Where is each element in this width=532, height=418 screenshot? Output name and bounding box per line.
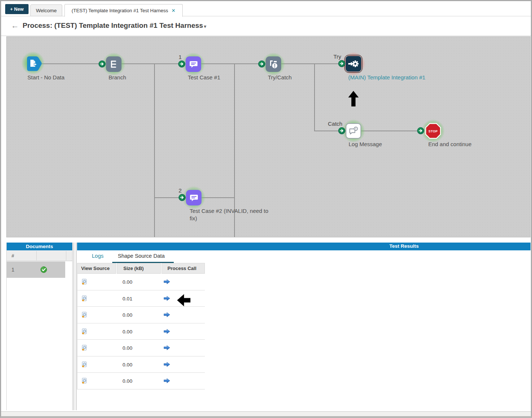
process-call-arrow-icon[interactable] <box>163 312 170 319</box>
process-call-arrow-icon[interactable] <box>163 279 170 286</box>
status-bar <box>1 411 531 418</box>
table-row: 0.00 <box>77 307 205 323</box>
node-label: Test Case #1 <box>188 74 220 81</box>
size-value: 0.00 <box>116 345 139 351</box>
svg-text:STOP: STOP <box>429 129 438 133</box>
page-title: Process: (TEST) Template Integration #1 … <box>23 22 203 30</box>
node-test-case-2[interactable] <box>186 190 202 205</box>
back-icon[interactable]: ← <box>11 21 19 30</box>
connector-arrow-icon <box>258 60 265 68</box>
node-label: Branch <box>109 74 126 81</box>
node-log-message[interactable] <box>346 123 361 139</box>
test-results-title: Test Results <box>389 243 419 249</box>
col-process-call: Process Call <box>162 263 205 274</box>
success-check-icon <box>40 266 47 274</box>
table-row: 0.00 <box>77 340 205 356</box>
table-row: 0.00 <box>77 356 205 373</box>
process-call-arrow-icon[interactable] <box>163 329 170 336</box>
app-window: + New Welcome (TEST) Template Integratio… <box>0 0 532 418</box>
size-value: 0.00 <box>116 312 139 318</box>
process-header: ← Process: (TEST) Template Integration #… <box>1 16 531 36</box>
view-source-icon[interactable] <box>82 312 87 319</box>
node-main-process-call[interactable] <box>346 56 361 72</box>
column-divider <box>36 251 37 260</box>
process-call-arrow-icon[interactable] <box>163 345 170 352</box>
catch-path-label: Catch <box>328 121 342 127</box>
try-catch-icon <box>266 56 281 72</box>
table-row: 0.00 <box>77 373 205 389</box>
tab-test-harness-label: (TEST) Template Integration #1 Test Harn… <box>72 8 168 13</box>
branch-path-number: 1 <box>179 54 182 60</box>
message-icon <box>186 56 201 72</box>
node-start[interactable] <box>25 55 42 72</box>
annotation-up-arrow <box>348 91 359 106</box>
node-label: Log Message <box>349 141 382 148</box>
connector-line <box>154 63 155 237</box>
node-label: End and continue <box>428 141 472 148</box>
node-label: Test Case #2 (INVALID, need to fix) <box>190 207 276 222</box>
view-source-icon[interactable] <box>82 328 87 336</box>
connector-arrow-icon <box>338 127 345 134</box>
col-size-kb: Size (kB) <box>117 263 161 274</box>
node-branch[interactable] <box>106 56 122 72</box>
documents-panel-title: Documents <box>7 243 72 250</box>
view-source-icon[interactable] <box>82 361 87 369</box>
tab-bar: + New Welcome (TEST) Template Integratio… <box>1 1 531 17</box>
close-icon[interactable]: ✕ <box>172 8 176 13</box>
tab-shape-source-data[interactable]: Shape Source Data <box>118 253 165 259</box>
size-value: 0.00 <box>116 329 139 335</box>
documents-number-column: # <box>11 253 14 259</box>
shape-source-table: View Source Size (kB) Process Call 0.00 … <box>77 263 205 389</box>
results-tab-bar: Logs Shape Source Data <box>77 250 531 263</box>
documents-panel: Documents # 1 <box>6 243 73 410</box>
message-icon <box>186 190 202 205</box>
connector-line <box>314 131 422 131</box>
size-value: 0.00 <box>116 378 139 384</box>
node-test-case-1[interactable] <box>186 56 201 72</box>
col-view-source: View Source <box>77 263 116 274</box>
panel-splitter[interactable] <box>73 243 77 410</box>
view-source-icon[interactable] <box>82 378 87 385</box>
process-call-gear-icon <box>346 56 361 72</box>
connector-arrow-icon <box>99 60 106 68</box>
branch-icon <box>106 56 122 72</box>
process-call-arrow-icon[interactable] <box>163 296 170 303</box>
stop-icon: STOP <box>425 122 442 139</box>
process-call-arrow-icon[interactable] <box>163 362 170 369</box>
size-value: 0.00 <box>116 362 139 368</box>
node-try-catch[interactable] <box>266 56 281 72</box>
tab-logs[interactable]: Logs <box>92 253 103 259</box>
document-row[interactable]: 1 <box>7 261 65 278</box>
process-canvas[interactable]: Start - No Data Branch 1 <box>6 36 531 237</box>
table-header-row: View Source Size (kB) Process Call <box>77 263 205 274</box>
documents-column-header: # <box>7 250 72 261</box>
new-tab-button[interactable]: + New <box>5 4 29 14</box>
test-results-panel: Test Results Logs Shape Source Data View… <box>77 243 531 410</box>
node-label: Start - No Data <box>27 74 64 81</box>
node-label-link[interactable]: (MAIN) Template Integration #1 <box>348 74 428 81</box>
process-call-arrow-icon[interactable] <box>163 378 170 385</box>
tab-test-harness[interactable]: (TEST) Template Integration #1 Test Harn… <box>64 4 183 17</box>
size-value: 0.00 <box>116 279 139 285</box>
tab-welcome-label: Welcome <box>36 8 57 13</box>
view-source-icon[interactable] <box>82 295 87 303</box>
test-results-header: Test Results <box>77 243 531 250</box>
table-row: 0.00 <box>77 323 205 340</box>
table-row: 0.00 <box>77 274 205 290</box>
branch-path-number: 2 <box>179 187 182 194</box>
node-label: Try/Catch <box>268 74 292 81</box>
node-end-and-continue[interactable]: STOP <box>425 122 442 139</box>
connector-arrow-icon <box>338 60 345 67</box>
connector-arrow-icon <box>417 127 424 134</box>
start-icon <box>25 55 42 72</box>
document-number: 1 <box>11 267 14 273</box>
connector-line <box>314 63 315 131</box>
table-body: 0.00 0.01 0.00 0.00 <box>77 274 205 389</box>
view-source-icon[interactable] <box>82 345 87 352</box>
chevron-down-icon[interactable]: ▾ <box>204 23 206 29</box>
notify-icon <box>346 123 361 139</box>
tab-welcome[interactable]: Welcome <box>30 4 62 16</box>
column-divider <box>66 251 66 260</box>
try-path-label: Try <box>333 53 341 60</box>
view-source-icon[interactable] <box>82 279 87 286</box>
